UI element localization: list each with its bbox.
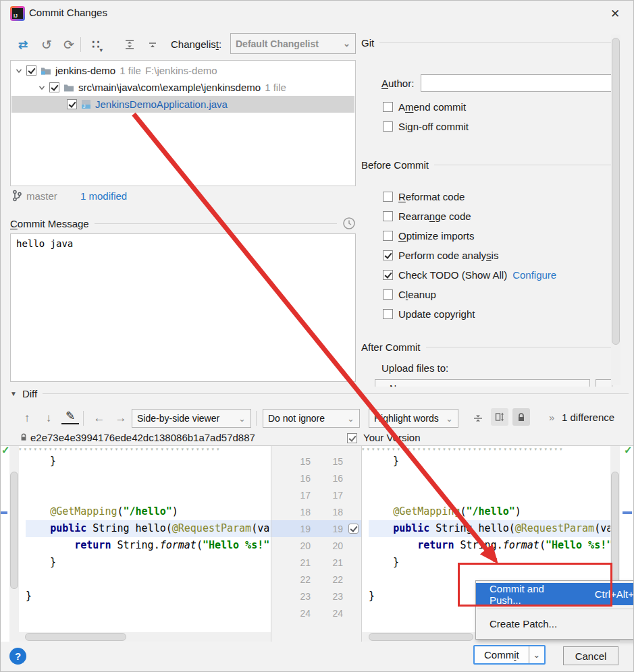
upload-config-button[interactable] xyxy=(596,379,612,387)
gutter-row: 1616 xyxy=(271,470,361,486)
left-line-number: 19 xyxy=(278,524,311,534)
checkbox[interactable] xyxy=(383,102,393,112)
changelist-select[interactable]: Default Changelist ⌄ xyxy=(230,33,356,54)
checkbox[interactable] xyxy=(383,250,393,260)
left-line-number: 22 xyxy=(278,574,311,585)
tree-row-package[interactable]: src\main\java\com\example\jenkinsdemo 1 … xyxy=(11,79,354,96)
viewer-mode-select[interactable]: Side-by-side viewer ⌄ xyxy=(132,409,251,428)
commit-message-input[interactable]: hello java xyxy=(10,233,356,382)
checkbox[interactable] xyxy=(383,192,393,202)
expand-all-icon[interactable] xyxy=(121,36,138,53)
help-button[interactable]: ? xyxy=(9,648,26,665)
java-file-icon: J xyxy=(81,99,91,109)
checkbox[interactable] xyxy=(383,211,393,221)
commit-options-panel: Git Author: Amend commitSign-off commit … xyxy=(361,33,612,387)
message-history-icon[interactable] xyxy=(342,217,356,230)
chevron-expanded-icon[interactable] xyxy=(38,84,45,91)
before-commit-title: Before Commit xyxy=(361,159,429,171)
svg-text:J: J xyxy=(83,104,86,109)
option-label: Reformat code xyxy=(398,191,465,202)
change-marker xyxy=(1,511,7,514)
collapse-all-icon[interactable] xyxy=(144,36,161,53)
option-label: Cleanup xyxy=(398,289,436,300)
edit-source-icon[interactable]: ✎ xyxy=(61,408,79,424)
commit-message-title: Commit Message xyxy=(10,218,89,229)
gutter-row: 2121 xyxy=(271,554,361,571)
code-line xyxy=(369,486,610,503)
commit-dropdown-button[interactable]: ⌄ xyxy=(529,646,544,663)
commit-button[interactable]: Commit xyxy=(475,646,529,663)
configure-link[interactable]: Configure xyxy=(512,269,556,281)
rollback-icon[interactable]: ↺ xyxy=(38,36,55,53)
branch-name: master xyxy=(26,190,57,202)
tree-checkbox[interactable] xyxy=(26,65,36,76)
chevron-expanded-icon[interactable] xyxy=(16,67,22,74)
diff-gutter: 1515161617171818191920202121222223232424 xyxy=(271,446,362,642)
tree-row-label: JenkinsDemoApplication.java xyxy=(95,99,228,110)
left-editor-pane[interactable]: } @GetMapping("/hello") public String he… xyxy=(19,446,271,642)
checkbox[interactable] xyxy=(383,289,393,300)
tree-checkbox[interactable] xyxy=(49,82,59,92)
context-menu: Commit and Push... Ctrl+Alt+K Create Pat… xyxy=(475,580,634,640)
diff-section-header[interactable]: ▼ Diff xyxy=(10,388,629,399)
option-perform-code-analysis: Perform code analysis xyxy=(383,246,612,265)
right-line-number: 21 xyxy=(311,557,343,568)
chevron-down-icon: ⌄ xyxy=(533,650,540,660)
your-version-label: Your Version xyxy=(363,432,421,443)
left-editor-vscrollbar[interactable] xyxy=(9,446,19,642)
checkbox[interactable] xyxy=(383,121,393,132)
highlight-mode-select[interactable]: Highlight words ⌄ xyxy=(369,409,458,428)
git-section-header: Git xyxy=(361,37,612,49)
whitespace-policy-select[interactable]: Do not ignore ⌄ xyxy=(263,409,360,428)
code-line: } xyxy=(26,554,271,571)
next-change-icon[interactable]: → xyxy=(112,410,130,427)
move-to-changelist-icon[interactable]: ⇄ xyxy=(14,36,32,53)
tree-row-file-selected[interactable]: J JenkinsDemoApplication.java xyxy=(11,96,354,113)
next-difference-icon[interactable]: ↓ xyxy=(40,410,57,427)
gutter-row: 1717 xyxy=(271,486,361,503)
tree-row-label: src\main\java\com\example\jenkinsdemo xyxy=(78,82,261,93)
checkbox[interactable] xyxy=(383,231,393,241)
revision-lock-icon xyxy=(20,432,28,442)
tree-checkbox[interactable] xyxy=(67,99,77,109)
code-line: public String hello(@RequestParam(valu xyxy=(369,520,610,537)
code-line xyxy=(369,470,610,486)
group-by-glyph: ∷ xyxy=(92,37,99,52)
after-commit-header: After Commit xyxy=(361,341,612,353)
include-change-checkbox[interactable] xyxy=(348,524,359,534)
toolbar-overflow-icon[interactable]: » xyxy=(549,412,554,423)
collapse-unchanged-icon[interactable] xyxy=(469,410,487,427)
refresh-icon[interactable]: ⟳ xyxy=(60,36,78,53)
synchronize-scrolling-icon[interactable] xyxy=(491,408,508,426)
options-scrollbar[interactable] xyxy=(611,34,620,385)
checkbox[interactable] xyxy=(383,270,393,280)
option-amend-commit: Amend commit xyxy=(383,97,612,117)
left-line-number: 17 xyxy=(278,490,311,501)
left-line-number: 20 xyxy=(278,540,311,551)
right-line-number: 15 xyxy=(311,456,343,467)
cancel-button[interactable]: Cancel xyxy=(563,646,618,665)
previous-difference-icon[interactable]: ↑ xyxy=(18,410,36,427)
left-editor-hscrollbar[interactable] xyxy=(19,632,271,642)
chevron-down-icon: ⌄ xyxy=(577,384,585,387)
author-input[interactable] xyxy=(421,74,612,92)
gutter-row: 2323 xyxy=(271,588,361,605)
code-line xyxy=(26,470,271,486)
code-line: } xyxy=(369,453,610,470)
menu-item-create-patch[interactable]: Create Patch... xyxy=(476,613,634,635)
disable-editing-lock-icon[interactable] xyxy=(512,408,530,426)
window-title: Commit Changes xyxy=(29,7,107,18)
modified-files-link[interactable]: 1 modified xyxy=(80,190,127,202)
close-icon[interactable]: ✕ xyxy=(606,5,625,22)
upload-files-select[interactable]: None ⌄ xyxy=(375,379,590,387)
group-by-icon[interactable]: ∷▾ xyxy=(88,36,106,53)
your-version-checkbox[interactable] xyxy=(347,433,357,443)
chevron-down-icon: ⌄ xyxy=(347,414,354,424)
checkbox[interactable] xyxy=(383,309,393,319)
cancel-label: Cancel xyxy=(575,650,607,662)
previous-change-icon[interactable]: ← xyxy=(90,410,108,427)
viewer-mode-value: Side-by-side viewer xyxy=(137,413,219,424)
tree-row-project[interactable]: jenkins-demo 1 file F:\jenkins-demo xyxy=(11,62,354,79)
collapse-triangle-icon[interactable]: ▼ xyxy=(10,390,17,397)
menu-item-commit-and-push[interactable]: Commit and Push... Ctrl+Alt+K xyxy=(476,583,634,605)
